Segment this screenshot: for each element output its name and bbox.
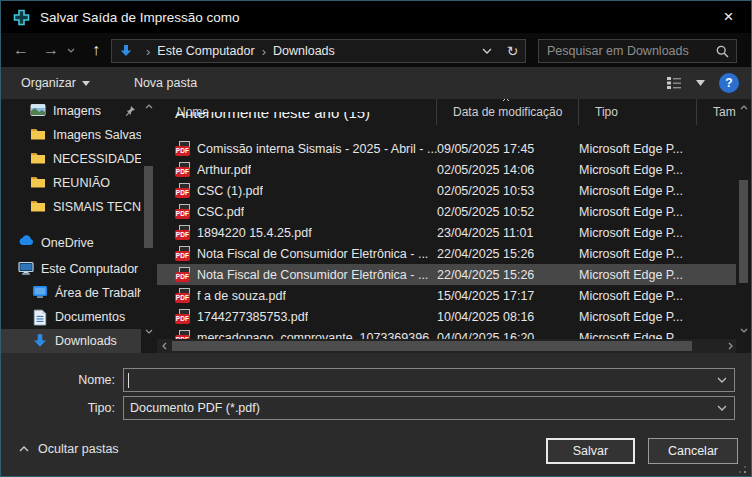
computer-icon (18, 261, 34, 277)
file-name: 1744277385753.pdf (197, 310, 308, 324)
chevron-down-icon (82, 81, 90, 86)
documents-icon (32, 309, 48, 325)
filetype-select[interactable]: Documento PDF (*.pdf) (123, 396, 735, 420)
chevron-down-icon[interactable] (717, 377, 727, 383)
scroll-up-icon[interactable] (736, 100, 751, 115)
window-title: Salvar Saída de Impressão como (40, 10, 240, 25)
list-vertical-scrollbar (736, 99, 751, 339)
horizontal-scrollbar-thumb[interactable] (172, 341, 692, 351)
view-list-icon[interactable] (666, 76, 682, 90)
file-name: 1894220 15.4.25.pdf (197, 226, 312, 240)
filetype-value: Documento PDF (*.pdf) (124, 401, 717, 415)
list-horizontal-scrollbar (157, 339, 738, 353)
sidebar-item-downloads[interactable]: Downloads (1, 329, 141, 353)
refresh-button[interactable]: ↻ (500, 39, 526, 63)
sidebar-item-necessidade[interactable]: NECESSIDADE D (1, 147, 141, 171)
file-name: Arthur.pdf (197, 163, 251, 177)
list-scrollbar-thumb[interactable] (739, 180, 748, 283)
file-name: CSC.pdf (197, 205, 244, 219)
pdf-file-icon: PDF (175, 225, 190, 241)
help-button[interactable]: ? (719, 73, 739, 93)
chevron-up-icon (19, 446, 29, 452)
file-date: 02/05/2025 10:53 (437, 184, 579, 198)
file-type: Microsoft Edge P... (579, 289, 697, 303)
group-header[interactable]: Anteriormente neste ano (15) (161, 112, 721, 129)
filename-box (123, 368, 735, 392)
filename-input[interactable] (124, 373, 717, 387)
view-dropdown-icon[interactable] (696, 80, 705, 86)
new-folder-label: Nova pasta (134, 76, 197, 90)
scroll-down-icon[interactable] (141, 324, 156, 339)
organize-menu[interactable]: Organizar (21, 76, 90, 90)
scroll-up-icon[interactable] (141, 99, 156, 114)
file-date: 15/04/2025 17:17 (437, 289, 579, 303)
breadcrumb-este-computador[interactable]: Este Computador (157, 44, 254, 58)
sidebar-item-imagens-salvas[interactable]: Imagens Salvas (1, 123, 141, 147)
file-row[interactable]: PDF CSC (1).pdf 02/05/2025 10:53 Microso… (157, 180, 738, 201)
scroll-left-icon[interactable] (157, 339, 172, 353)
file-list: Nome Data de modificação Tipo Tamanho An… (157, 99, 738, 353)
pictures-icon (30, 103, 46, 119)
file-row[interactable]: PDF CSC.pdf 02/05/2025 10:52 Microsoft E… (157, 201, 738, 222)
search-input[interactable] (539, 44, 716, 58)
sidebar-item-reuniao[interactable]: REUNIÃO (1, 171, 141, 195)
file-type: Microsoft Edge P... (579, 205, 697, 219)
file-row[interactable]: PDF 1894220 15.4.25.pdf 23/04/2025 11:01… (157, 222, 738, 243)
file-row[interactable]: PDF Comissão interna Sismais - 2025 - Ab… (157, 138, 738, 159)
sidebar-item-onedrive[interactable]: OneDrive (1, 231, 141, 255)
pdf-file-icon: PDF (175, 204, 190, 220)
file-row[interactable]: PDF 1744277385753.pdf 10/04/2025 08:16 M… (157, 306, 738, 327)
new-folder-button[interactable]: Nova pasta (134, 76, 197, 90)
file-row[interactable]: PDF Nota Fiscal de Consumidor Eletrônica… (157, 264, 738, 285)
dialog-footer: Ocultar pastas Salvar Cancelar (1, 426, 751, 477)
file-name: Nota Fiscal de Consumidor Eletrônica - .… (197, 247, 428, 261)
sidebar-item-este-computador[interactable]: Este Computador (1, 257, 141, 281)
sidebar-scrollbar-thumb[interactable] (144, 166, 153, 248)
file-type: Microsoft Edge P... (579, 184, 697, 198)
folder-icon (30, 175, 46, 191)
sidebar-item-sismais[interactable]: SISMAIS TECNOL (1, 195, 141, 219)
file-date: 22/04/2025 15:26 (437, 247, 579, 261)
sidebar-section-gap (1, 219, 141, 231)
file-rows: PDF Comissão interna Sismais - 2025 - Ab… (157, 138, 738, 348)
chevron-down-icon (717, 405, 727, 411)
history-dropdown-icon[interactable] (63, 33, 79, 67)
folder-icon (30, 199, 46, 215)
hide-folders-label: Ocultar pastas (38, 442, 119, 456)
pdf-file-icon: PDF (175, 141, 190, 157)
scroll-down-icon[interactable] (736, 323, 751, 338)
file-name: f a de souza.pdf (197, 289, 286, 303)
sidebar-scrollbar (141, 99, 156, 353)
scrollbar-corner (736, 339, 751, 353)
file-type: Microsoft Edge P... (579, 226, 697, 240)
address-bar[interactable]: › Este Computador › Downloads (111, 39, 501, 63)
forward-button[interactable]: → (37, 33, 65, 67)
breadcrumb-separator: › (146, 44, 150, 59)
pdf-file-icon: PDF (175, 162, 190, 178)
file-date: 09/05/2025 17:45 (437, 142, 579, 156)
up-button[interactable]: ↑ (83, 33, 109, 67)
resize-grip[interactable] (744, 471, 746, 473)
file-name: Comissão interna Sismais - 2025 - Abril … (197, 142, 437, 156)
file-row[interactable]: PDF f a de souza.pdf 15/04/2025 17:17 Mi… (157, 285, 738, 306)
sidebar-item-documentos[interactable]: Documentos (1, 305, 141, 329)
sort-ascending-icon (502, 99, 510, 102)
filetype-label: Tipo: (1, 401, 123, 415)
hide-folders-button[interactable]: Ocultar pastas (19, 442, 119, 456)
file-type: Microsoft Edge P... (579, 142, 697, 156)
file-date: 10/04/2025 08:16 (437, 310, 579, 324)
search-box (538, 39, 737, 63)
back-button[interactable]: ← (7, 33, 35, 67)
file-row[interactable]: PDF Nota Fiscal de Consumidor Eletrônica… (157, 243, 738, 264)
breadcrumb-downloads[interactable]: Downloads (273, 44, 335, 58)
close-button[interactable]: × (706, 1, 751, 33)
dialog-body: Imagens Imagens Salvas NECESSIDADE D REU… (1, 99, 751, 353)
sidebar-item-area-de-trabalho[interactable]: Área de Trabalho (1, 281, 141, 305)
address-dropdown-icon[interactable] (482, 48, 492, 54)
save-button[interactable]: Salvar (546, 438, 635, 464)
sidebar-item-imagens[interactable]: Imagens (1, 99, 141, 123)
file-type: Microsoft Edge P... (579, 247, 697, 261)
file-row[interactable]: PDF Arthur.pdf 02/05/2025 14:06 Microsof… (157, 159, 738, 180)
cancel-button[interactable]: Cancelar (648, 438, 738, 464)
search-icon[interactable] (716, 45, 729, 58)
